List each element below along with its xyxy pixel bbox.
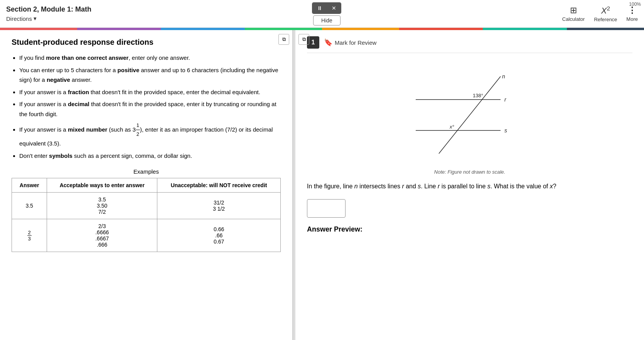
answer-cell: 3.5 — [12, 193, 47, 219]
col-header-unacceptable: Unacceptable: will NOT receive credit — [157, 178, 281, 193]
list-item: If your answer is a fraction that doesn'… — [19, 87, 281, 97]
figure-area: r s n 138° x° — [307, 61, 632, 161]
answer-preview-label: Answer Preview: — [307, 225, 632, 233]
header-center: ⏸ ✕ Hide — [312, 2, 341, 25]
pause-icon: ⏸ — [317, 5, 322, 11]
collapse-right-icon: ⧉ — [302, 36, 306, 42]
calculator-icon: ⊞ — [570, 5, 577, 15]
mark-review-label: Mark for Review — [335, 39, 376, 46]
svg-text:x°: x° — [449, 124, 454, 130]
more-button[interactable]: ⋮ More — [626, 5, 638, 22]
collapse-right-button[interactable]: ⧉ — [298, 34, 309, 45]
collapse-left-button[interactable]: ⧉ — [278, 34, 289, 45]
header-left: Section 2, Module 1: Math Directions ▾ — [6, 5, 91, 22]
header-right: 100% ⊞ Calculator X2 Reference ⋮ More — [562, 5, 638, 22]
reference-label: Reference — [594, 17, 617, 22]
hide-button[interactable]: Hide — [313, 15, 341, 25]
question-header: 1 🔖 Mark for Review — [307, 36, 632, 53]
answer-input[interactable] — [309, 201, 344, 216]
svg-text:n: n — [502, 73, 505, 80]
list-item: If your answer is a decimal that doesn't… — [19, 99, 281, 119]
close-timer-button[interactable]: ✕ — [327, 3, 341, 14]
pause-button[interactable]: ⏸ — [312, 3, 327, 14]
close-icon: ✕ — [332, 5, 336, 11]
geometry-figure: r s n 138° x° — [393, 61, 547, 157]
acceptable-cell: 2/3.6666.6667.666 — [47, 219, 157, 252]
svg-text:r: r — [504, 96, 507, 103]
directions-button[interactable]: Directions ▾ — [6, 15, 91, 22]
list-item: You can enter up to 5 characters for a p… — [19, 65, 281, 85]
timer-controls: ⏸ ✕ — [312, 2, 341, 14]
directions-heading: Student-produced response directions — [12, 38, 281, 47]
directions-label: Directions — [6, 15, 32, 22]
col-header-answer: Answer — [12, 178, 47, 193]
list-item: If you find more than one correct answer… — [19, 53, 281, 63]
question-text: In the figure, line n intersects lines r… — [307, 181, 632, 191]
reference-button[interactable]: X2 Reference — [594, 5, 617, 22]
answer-input-box[interactable] — [307, 199, 346, 218]
bullet-list: If you find more than one correct answer… — [12, 53, 281, 161]
bookmark-button[interactable]: 🔖 Mark for Review — [324, 38, 376, 47]
right-panel: ⧉ 1 🔖 Mark for Review r s — [295, 30, 644, 340]
header: Section 2, Module 1: Math Directions ▾ ⏸… — [0, 0, 644, 28]
calculator-button[interactable]: ⊞ Calculator — [562, 5, 585, 22]
bookmark-icon: 🔖 — [324, 38, 332, 47]
chevron-down-icon: ▾ — [34, 15, 37, 22]
table-header-row: Answer Acceptable ways to enter answer U… — [12, 178, 281, 193]
zoom-level: 100% — [629, 2, 641, 7]
more-label: More — [626, 16, 638, 22]
svg-line-4 — [439, 76, 501, 154]
answer-cell: 23 — [12, 219, 47, 252]
unacceptable-cell: 0.66.660.67 — [157, 219, 281, 252]
svg-text:138°: 138° — [473, 93, 483, 98]
table-row: 23 2/3.6666.6667.666 0.66.660.67 — [12, 219, 281, 252]
reference-icon: X2 — [601, 5, 610, 16]
svg-text:s: s — [504, 127, 507, 134]
list-item: Don't enter symbols such as a percent si… — [19, 151, 281, 161]
examples-section: Examples Answer Acceptable ways to enter… — [12, 168, 281, 252]
col-header-acceptable: Acceptable ways to enter answer — [47, 178, 157, 193]
examples-title: Examples — [12, 168, 281, 175]
collapse-left-icon: ⧉ — [282, 36, 286, 42]
page-title: Section 2, Module 1: Math — [6, 5, 91, 14]
main-content: ⧉ Student-produced response directions I… — [0, 30, 644, 340]
unacceptable-cell: 31/23 1/2 — [157, 193, 281, 219]
acceptable-cell: 3.53.507/2 — [47, 193, 157, 219]
list-item: If your answer is a mixed number (such a… — [19, 121, 281, 149]
calculator-label: Calculator — [562, 16, 585, 22]
left-panel: ⧉ Student-produced response directions I… — [0, 30, 293, 340]
figure-note: Note: Figure not drawn to scale. — [307, 169, 632, 175]
examples-table: Answer Acceptable ways to enter answer U… — [12, 178, 281, 252]
table-row: 3.5 3.53.507/2 31/23 1/2 — [12, 193, 281, 219]
